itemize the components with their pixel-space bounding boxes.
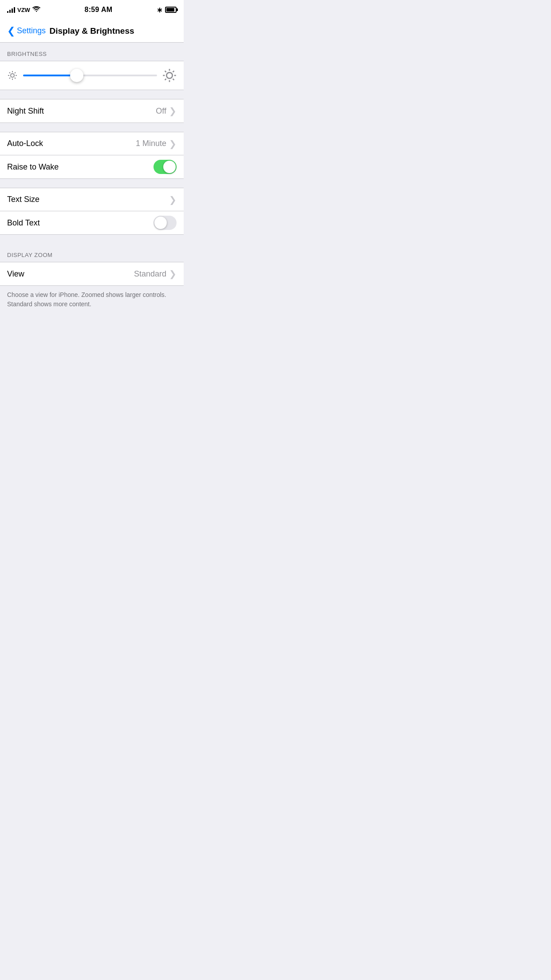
- view-value: Standard: [134, 269, 166, 279]
- slider-fill: [23, 75, 77, 76]
- wifi-icon: [32, 6, 40, 14]
- svg-point-10: [166, 72, 172, 78]
- svg-line-7: [15, 78, 16, 79]
- brightness-low-icon: [7, 70, 18, 81]
- text-size-right: ❯: [169, 194, 177, 205]
- bold-text-toggle-knob: [154, 217, 167, 229]
- night-shift-right: Off ❯: [156, 106, 177, 116]
- status-right: ∗: [157, 6, 177, 14]
- auto-lock-chevron-icon: ❯: [169, 138, 177, 149]
- svg-point-1: [11, 74, 14, 77]
- brightness-section-header: BRIGHTNESS: [0, 43, 184, 61]
- status-bar: VZW 8:59 AM ∗: [0, 0, 184, 20]
- svg-line-18: [165, 79, 166, 80]
- night-shift-chevron-icon: ❯: [169, 106, 177, 116]
- text-size-chevron-icon: ❯: [169, 194, 177, 205]
- status-left: VZW: [7, 6, 40, 14]
- bold-text-row: Bold Text: [0, 211, 184, 234]
- view-row[interactable]: View Standard ❯: [0, 262, 184, 285]
- text-group: Text Size ❯ Bold Text: [0, 188, 184, 235]
- svg-line-17: [173, 71, 174, 72]
- back-label: Settings: [17, 26, 46, 36]
- signal-bars-icon: [7, 7, 15, 13]
- view-label: View: [7, 269, 24, 279]
- spacer-3: [0, 179, 184, 188]
- brightness-section: [0, 61, 184, 90]
- content: BRIGHTNESS: [0, 43, 184, 318]
- raise-to-wake-toggle[interactable]: [153, 160, 177, 174]
- view-right: Standard ❯: [134, 269, 177, 279]
- back-chevron-icon: ❮: [7, 26, 15, 36]
- slider-thumb[interactable]: [70, 69, 83, 82]
- night-shift-label: Night Shift: [7, 107, 44, 116]
- display-zoom-group: View Standard ❯: [0, 262, 184, 286]
- night-shift-value: Off: [156, 107, 166, 116]
- svg-line-8: [15, 72, 16, 73]
- nav-bar: ❮ Settings Display & Brightness: [0, 20, 184, 43]
- battery-icon: [165, 7, 177, 13]
- raise-to-wake-toggle-knob: [163, 161, 176, 173]
- text-size-row[interactable]: Text Size ❯: [0, 188, 184, 211]
- spacer-2: [0, 123, 184, 132]
- bold-text-toggle[interactable]: [153, 216, 177, 230]
- raise-to-wake-label: Raise to Wake: [7, 162, 59, 172]
- brightness-slider[interactable]: [23, 75, 157, 76]
- back-button[interactable]: ❮ Settings: [7, 26, 46, 36]
- auto-lock-right: 1 Minute ❯: [136, 138, 177, 149]
- svg-line-16: [173, 79, 174, 80]
- svg-line-6: [9, 72, 10, 73]
- auto-lock-row[interactable]: Auto-Lock 1 Minute ❯: [0, 132, 184, 155]
- battery-fill: [166, 8, 174, 12]
- night-shift-group: Night Shift Off ❯: [0, 99, 184, 123]
- autolock-group: Auto-Lock 1 Minute ❯ Raise to Wake: [0, 132, 184, 179]
- view-chevron-icon: ❯: [169, 269, 177, 279]
- brightness-row: [7, 68, 177, 83]
- brightness-high-icon: [162, 68, 177, 83]
- bold-text-label: Bold Text: [7, 218, 40, 228]
- bluetooth-icon: ∗: [157, 6, 162, 14]
- raise-to-wake-row: Raise to Wake: [0, 155, 184, 178]
- svg-line-9: [9, 78, 10, 79]
- page-title: Display & Brightness: [49, 26, 134, 36]
- display-zoom-footer: Choose a view for iPhone. Zoomed shows l…: [0, 286, 184, 318]
- spacer-1: [0, 90, 184, 99]
- display-zoom-section-header: DISPLAY ZOOM: [0, 244, 184, 262]
- text-size-label: Text Size: [7, 195, 39, 204]
- auto-lock-value: 1 Minute: [136, 139, 166, 148]
- svg-point-0: [36, 11, 37, 12]
- spacer-4: [0, 235, 184, 244]
- svg-line-15: [165, 71, 166, 72]
- status-time: 8:59 AM: [85, 6, 113, 14]
- night-shift-row[interactable]: Night Shift Off ❯: [0, 99, 184, 122]
- carrier-label: VZW: [17, 7, 30, 13]
- auto-lock-label: Auto-Lock: [7, 139, 43, 148]
